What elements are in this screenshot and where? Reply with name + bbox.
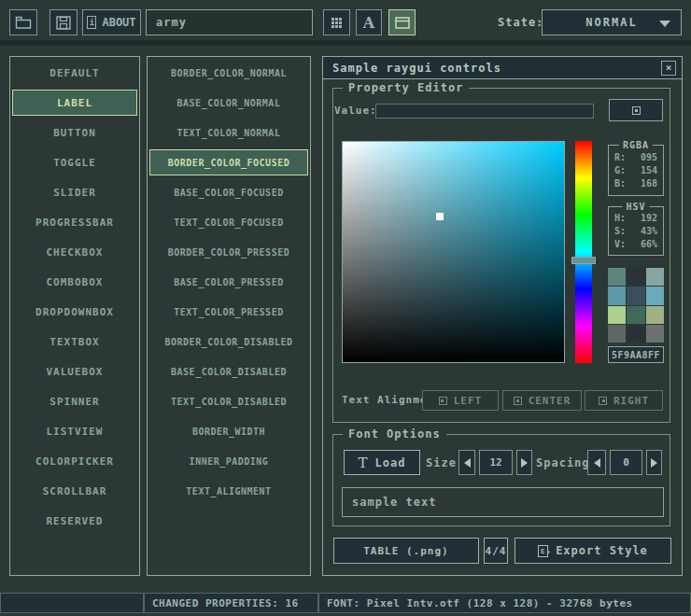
align-left-button[interactable]: LEFT	[422, 390, 499, 411]
color-swatch[interactable]	[627, 268, 644, 286]
arrow-right-icon	[521, 458, 528, 468]
window-view-button[interactable]	[388, 9, 416, 35]
properties-list-item[interactable]: BASE_COLOR_PRESSED	[148, 267, 310, 297]
font-a-icon: A	[363, 14, 374, 32]
controls-list-item[interactable]: COLORPICKER	[10, 446, 139, 476]
state-label: State:	[498, 16, 543, 29]
color-swatch[interactable]	[608, 325, 626, 343]
color-swatch[interactable]	[608, 306, 626, 324]
controls-list-item[interactable]: DROPDOWNBOX	[10, 297, 139, 327]
properties-list-item[interactable]: BASE_COLOR_FOCUSED	[148, 177, 310, 207]
close-button[interactable]: ×	[661, 61, 676, 76]
color-swatch[interactable]	[627, 287, 644, 304]
properties-list-item[interactable]: BASE_COLOR_DISABLED	[148, 357, 310, 386]
properties-list-item[interactable]: BASE_COLOR_NORMAL	[148, 88, 310, 118]
controls-list-item[interactable]: LABEL	[12, 90, 137, 116]
color-swatch[interactable]	[646, 325, 664, 343]
align-right-button[interactable]: RIGHT	[585, 390, 663, 411]
arrow-left-icon	[594, 458, 600, 468]
properties-list-item[interactable]: TEXT_COLOR_PRESSED	[148, 297, 310, 327]
text-t-icon: T	[359, 455, 369, 471]
properties-list-item[interactable]: BORDER_WIDTH	[148, 416, 310, 446]
status-cell-empty	[0, 593, 144, 613]
color-swatch[interactable]	[627, 325, 644, 343]
spacing-increment-button[interactable]	[646, 450, 662, 475]
hsv-val-row: V:66%	[609, 238, 663, 251]
hue-slider-handle[interactable]	[571, 257, 596, 264]
color-swatch[interactable]	[646, 287, 664, 304]
properties-list-item[interactable]: TEXT_COLOR_FOCUSED	[148, 207, 310, 237]
hsv-sat-row: S:43%	[609, 225, 663, 238]
hsv-hue-row: H:192	[609, 212, 663, 225]
hex-color-input[interactable]: 5F9AA8FF	[608, 346, 664, 363]
controls-list-item[interactable]: DEFAULT	[10, 58, 139, 88]
export-style-button[interactable]: E Export Style	[515, 538, 671, 564]
load-font-button[interactable]: T Load	[344, 450, 420, 475]
properties-list-item[interactable]: TEXT_ALIGNMENT	[148, 476, 310, 506]
color-swatch[interactable]	[646, 306, 664, 324]
about-button[interactable]: i ABOUT	[82, 9, 141, 35]
value-input[interactable]	[375, 104, 594, 119]
export-icon: E	[538, 545, 548, 557]
controls-list-item[interactable]: RESERVED	[10, 506, 139, 536]
value-apply-button[interactable]	[609, 99, 663, 121]
properties-list-item[interactable]: TEXT_COLOR_DISABLED	[148, 386, 310, 416]
controls-list-item[interactable]: LISTVIEW	[10, 416, 139, 446]
style-name-input[interactable]	[146, 9, 313, 35]
state-dropdown-value: NORMAL	[585, 16, 637, 29]
text-alignment-label: Text Alignme	[342, 394, 424, 406]
rgba-green-row: G:154	[609, 164, 663, 177]
properties-list-item[interactable]: BORDER_COLOR_PRESSED	[148, 237, 310, 267]
controls-list-item[interactable]: TEXTBOX	[10, 327, 139, 357]
state-dropdown[interactable]: NORMAL	[542, 9, 682, 35]
controls-list-item[interactable]: CHECKBOX	[10, 237, 139, 267]
controls-list-item[interactable]: TOGGLE	[10, 147, 139, 177]
properties-list-item[interactable]: BORDER_COLOR_FOCUSED	[149, 149, 308, 175]
color-swatch[interactable]	[627, 306, 644, 324]
save-file-button[interactable]	[49, 9, 78, 35]
align-left-icon	[439, 397, 447, 405]
color-swatch[interactable]	[608, 268, 626, 286]
properties-list-item[interactable]: BORDER_COLOR_NORMAL	[148, 58, 310, 88]
sample-window-titlebar[interactable]: Sample raygui controls ×	[323, 57, 682, 79]
size-value-box[interactable]: 12	[479, 450, 513, 475]
properties-list-item[interactable]: INNER_PADDING	[148, 446, 310, 476]
controls-list-item[interactable]: SCROLLBAR	[10, 476, 139, 506]
sample-text-input[interactable]: sample text	[342, 487, 664, 517]
style-color-swatches	[608, 268, 664, 343]
align-center-button[interactable]: CENTER	[502, 390, 582, 411]
export-table-button[interactable]: TABLE (.png)	[333, 538, 479, 564]
hue-slider[interactable]	[575, 141, 592, 363]
hsv-group-label: HSV	[622, 202, 649, 212]
toolbar-separator	[0, 40, 691, 46]
color-swatch[interactable]	[646, 268, 664, 286]
controls-list-item[interactable]: SPINNER	[10, 386, 139, 416]
controls-list-item[interactable]: COMBOBOX	[10, 267, 139, 297]
color-gradient-picker[interactable]	[342, 141, 565, 363]
rgba-red-row: R:095	[609, 151, 663, 164]
style-table-view-button[interactable]	[323, 9, 350, 35]
arrow-right-icon	[651, 458, 657, 468]
property-editor-group-label: Property Editor	[343, 81, 469, 94]
spacing-value-box[interactable]: 0	[610, 450, 642, 475]
properties-list-item[interactable]: TEXT_COLOR_NORMAL	[148, 118, 310, 147]
size-decrement-button[interactable]	[458, 450, 475, 475]
properties-list-item[interactable]: BORDER_COLOR_DISABLED	[148, 327, 310, 357]
controls-list-item[interactable]: SLIDER	[10, 177, 139, 207]
spacing-decrement-button[interactable]	[587, 450, 606, 475]
font-options-group-label: Font Options	[343, 427, 446, 441]
controls-list-item[interactable]: PROGRESSBAR	[10, 207, 139, 237]
small-box-icon	[632, 106, 641, 115]
controls-list-item[interactable]: VALUEBOX	[10, 357, 139, 386]
open-file-button[interactable]	[9, 9, 37, 35]
page-indicator[interactable]: 4/4	[484, 538, 508, 564]
grid-icon	[331, 18, 342, 28]
value-label: Value:	[334, 105, 377, 117]
font-view-button[interactable]: A	[356, 9, 382, 35]
size-increment-button[interactable]	[516, 450, 532, 475]
color-cursor[interactable]	[436, 213, 444, 220]
controls-list-item[interactable]: BUTTON	[10, 118, 139, 147]
info-icon: i	[87, 16, 96, 29]
window-icon	[395, 17, 410, 29]
color-swatch[interactable]	[608, 287, 626, 304]
